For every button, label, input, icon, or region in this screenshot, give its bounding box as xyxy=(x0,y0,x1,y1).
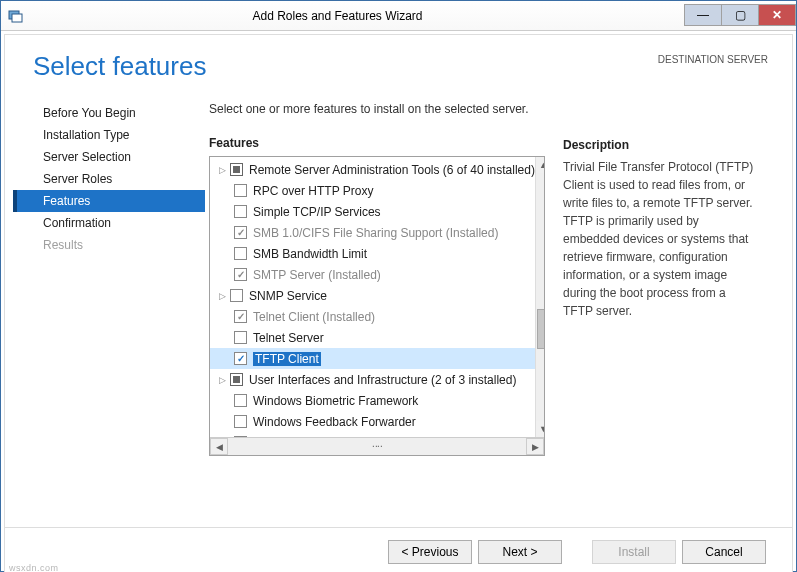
page-title: Select features xyxy=(33,51,658,82)
feature-label: Simple TCP/IP Services xyxy=(253,205,381,219)
feature-label: User Interfaces and Infrastructure (2 of… xyxy=(249,373,516,387)
feature-checkbox[interactable] xyxy=(230,373,243,386)
scroll-thumb[interactable] xyxy=(537,309,544,349)
body-row: Before You BeginInstallation TypeServer … xyxy=(5,82,792,456)
nav-item-results: Results xyxy=(13,234,205,256)
description-text: Trivial File Transfer Protocol (TFTP) Cl… xyxy=(563,158,755,320)
feature-row[interactable]: RPC over HTTP Proxy xyxy=(210,180,535,201)
scroll-up-button[interactable]: ▲ xyxy=(536,157,544,173)
nav-item-confirmation[interactable]: Confirmation xyxy=(13,212,205,234)
features-column: Select one or more features to install o… xyxy=(209,102,545,456)
feature-row[interactable]: Telnet Client (Installed) xyxy=(210,306,535,327)
wizard-nav: Before You BeginInstallation TypeServer … xyxy=(5,102,205,456)
nav-item-before-you-begin[interactable]: Before You Begin xyxy=(13,102,205,124)
nav-item-server-roles[interactable]: Server Roles xyxy=(13,168,205,190)
scroll-right-button[interactable]: ▶ xyxy=(526,438,544,455)
footer: < Previous Next > Install Cancel xyxy=(5,527,792,572)
feature-row[interactable]: TFTP Client xyxy=(210,348,535,369)
destination-label: DESTINATION SERVER xyxy=(658,53,768,66)
feature-label: Telnet Server xyxy=(253,331,324,345)
expander-icon[interactable]: ▷ xyxy=(214,375,230,385)
instruction-text: Select one or more features to install o… xyxy=(209,102,545,116)
feature-row[interactable]: Windows Feedback Forwarder xyxy=(210,411,535,432)
minimize-button[interactable]: — xyxy=(684,4,722,26)
feature-checkbox xyxy=(234,226,247,239)
feature-checkbox[interactable] xyxy=(234,415,247,428)
horizontal-scrollbar[interactable]: ◀ ᠁ ▶ xyxy=(210,437,544,455)
expander-icon[interactable]: ▷ xyxy=(214,291,230,301)
app-icon xyxy=(7,7,25,25)
destination-block: DESTINATION SERVER xyxy=(658,51,768,66)
wizard-window: Add Roles and Features Wizard — ▢ ✕ Sele… xyxy=(0,0,797,572)
scroll-down-button[interactable]: ▼ xyxy=(536,421,544,437)
feature-checkbox[interactable] xyxy=(234,205,247,218)
feature-label: SNMP Service xyxy=(249,289,327,303)
feature-label: Windows Identity Foundation 3.5 xyxy=(253,436,427,438)
nav-item-server-selection[interactable]: Server Selection xyxy=(13,146,205,168)
feature-row[interactable]: SMTP Server (Installed) xyxy=(210,264,535,285)
scroll-left-button[interactable]: ◀ xyxy=(210,438,228,455)
feature-label: Remote Server Administration Tools (6 of… xyxy=(249,163,535,177)
feature-row[interactable]: Simple TCP/IP Services xyxy=(210,201,535,222)
feature-row[interactable]: Telnet Server xyxy=(210,327,535,348)
titlebar: Add Roles and Features Wizard — ▢ ✕ xyxy=(1,1,796,31)
feature-row[interactable]: Windows Identity Foundation 3.5 xyxy=(210,432,535,437)
maximize-button[interactable]: ▢ xyxy=(721,4,759,26)
scroll-track[interactable] xyxy=(536,173,544,421)
tree-viewport: ▷Remote Server Administration Tools (6 o… xyxy=(210,157,544,437)
feature-row[interactable]: Windows Biometric Framework xyxy=(210,390,535,411)
close-button[interactable]: ✕ xyxy=(758,4,796,26)
install-button[interactable]: Install xyxy=(592,540,676,564)
description-column: Description Trivial File Transfer Protoc… xyxy=(545,102,755,456)
next-button[interactable]: Next > xyxy=(478,540,562,564)
feature-checkbox[interactable] xyxy=(230,289,243,302)
feature-checkbox[interactable] xyxy=(234,331,247,344)
feature-label: Windows Feedback Forwarder xyxy=(253,415,416,429)
feature-checkbox xyxy=(234,310,247,323)
feature-label: Windows Biometric Framework xyxy=(253,394,418,408)
feature-checkbox xyxy=(234,268,247,281)
nav-item-features[interactable]: Features xyxy=(13,190,205,212)
header-row: Select features DESTINATION SERVER xyxy=(5,35,792,82)
main-pane: Select one or more features to install o… xyxy=(205,102,792,456)
hscroll-grip-icon: ᠁ xyxy=(372,441,383,452)
feature-checkbox[interactable] xyxy=(234,352,247,365)
feature-label: SMTP Server (Installed) xyxy=(253,268,381,282)
feature-label: SMB 1.0/CIFS File Sharing Support (Insta… xyxy=(253,226,498,240)
features-heading: Features xyxy=(209,136,545,150)
nav-item-installation-type[interactable]: Installation Type xyxy=(13,124,205,146)
vertical-scrollbar[interactable]: ▲ ▼ xyxy=(535,157,544,437)
feature-label: Telnet Client (Installed) xyxy=(253,310,375,324)
feature-checkbox[interactable] xyxy=(234,247,247,260)
feature-label: SMB Bandwidth Limit xyxy=(253,247,367,261)
feature-checkbox[interactable] xyxy=(234,184,247,197)
watermark: wsxdn.com xyxy=(9,563,59,572)
hscroll-track[interactable]: ᠁ xyxy=(228,438,526,455)
feature-row[interactable]: ▷SNMP Service xyxy=(210,285,535,306)
tree-items: ▷Remote Server Administration Tools (6 o… xyxy=(210,157,535,437)
feature-row[interactable]: SMB Bandwidth Limit xyxy=(210,243,535,264)
wizard-body: Select features DESTINATION SERVER Befor… xyxy=(4,34,793,572)
feature-row[interactable]: SMB 1.0/CIFS File Sharing Support (Insta… xyxy=(210,222,535,243)
description-heading: Description xyxy=(563,138,755,152)
feature-label: TFTP Client xyxy=(253,352,321,366)
feature-row[interactable]: ▷Remote Server Administration Tools (6 o… xyxy=(210,159,535,180)
feature-row[interactable]: ▷User Interfaces and Infrastructure (2 o… xyxy=(210,369,535,390)
expander-icon[interactable]: ▷ xyxy=(214,165,230,175)
window-title: Add Roles and Features Wizard xyxy=(31,9,684,23)
cancel-button[interactable]: Cancel xyxy=(682,540,766,564)
feature-label: RPC over HTTP Proxy xyxy=(253,184,373,198)
feature-checkbox[interactable] xyxy=(234,394,247,407)
feature-checkbox[interactable] xyxy=(234,436,247,437)
window-controls: — ▢ ✕ xyxy=(684,5,796,26)
svg-rect-1 xyxy=(12,14,22,22)
feature-checkbox[interactable] xyxy=(230,163,243,176)
features-tree: ▷Remote Server Administration Tools (6 o… xyxy=(209,156,545,456)
previous-button[interactable]: < Previous xyxy=(388,540,472,564)
